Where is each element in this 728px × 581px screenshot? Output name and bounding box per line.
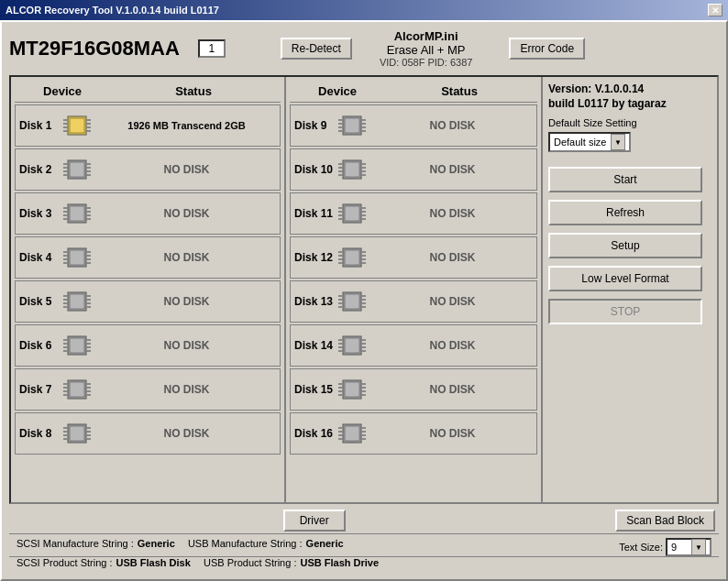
dropdown-arrow-icon: ▼ (611, 134, 625, 150)
svg-rect-59 (86, 350, 91, 352)
left-col-status: Status (108, 84, 279, 98)
svg-rect-51 (70, 338, 84, 353)
svg-rect-16 (86, 163, 91, 165)
svg-rect-123 (338, 299, 343, 301)
disk-status: NO DISK (97, 339, 276, 352)
svg-rect-159 (361, 438, 366, 440)
status-bar-2: SCSI Product String : USB Flash Disk USB… (9, 556, 719, 572)
svg-rect-83 (338, 123, 343, 125)
disk-icon (61, 109, 94, 142)
left-disk-row-5[interactable]: Disk 5 NO DISK (15, 280, 281, 323)
default-size-dropdown[interactable]: Default size ▼ (548, 132, 631, 152)
svg-rect-73 (63, 431, 68, 433)
svg-rect-147 (361, 387, 366, 389)
left-disk-row-6[interactable]: Disk 6 NO DISK (15, 324, 281, 367)
driver-button[interactable]: Driver (283, 510, 346, 532)
svg-rect-98 (361, 170, 366, 172)
side-panel: Version: V.1.0.0.14 build L0117 by tagar… (543, 77, 708, 502)
svg-rect-58 (86, 346, 91, 348)
svg-rect-117 (361, 255, 366, 257)
left-disk-row-4[interactable]: Disk 4 NO DISK (15, 236, 281, 279)
error-code-button[interactable]: Error Code (509, 38, 585, 60)
right-disk-row-14[interactable]: Disk 14 NO DISK (290, 324, 537, 367)
disk-icon (61, 285, 94, 318)
svg-rect-36 (86, 251, 91, 253)
svg-rect-24 (63, 214, 68, 216)
svg-rect-31 (70, 250, 84, 265)
right-disk-row-12[interactable]: Disk 12 NO DISK (290, 236, 537, 279)
svg-rect-121 (345, 294, 359, 309)
usb-product-label: USB Product String : (204, 557, 297, 568)
left-disk-row-3[interactable]: Disk 3 NO DISK (15, 192, 281, 235)
svg-rect-34 (63, 258, 68, 260)
right-disk-list: Disk 9 NO DISK Disk 10 (290, 104, 537, 455)
text-size-dropdown[interactable]: 9 ▼ (666, 538, 711, 556)
svg-rect-91 (345, 162, 359, 177)
svg-rect-102 (338, 207, 343, 209)
scsi-manufacture-label: SCSI Manufacture String : (17, 538, 134, 556)
svg-rect-103 (338, 211, 343, 213)
svg-rect-15 (63, 174, 68, 176)
right-disk-row-10[interactable]: Disk 10 NO DISK (290, 148, 537, 191)
disk-label: Disk 16 (294, 427, 336, 440)
svg-rect-55 (63, 350, 68, 352)
svg-rect-107 (361, 211, 366, 213)
svg-rect-95 (338, 174, 343, 176)
setup-button[interactable]: Setup (548, 233, 702, 258)
right-disk-row-15[interactable]: Disk 15 NO DISK (290, 368, 537, 411)
svg-rect-156 (361, 427, 366, 429)
start-button[interactable]: Start (548, 167, 702, 192)
usb-manufacture-value: Generic (306, 538, 344, 556)
svg-rect-154 (338, 434, 343, 436)
ini-info: AlcorMP.ini Erase All + MP VID: 058F PID… (380, 29, 473, 68)
disk-status: NO DISK (372, 163, 533, 176)
redetect-button[interactable]: Re-Detect (281, 38, 352, 60)
svg-rect-61 (70, 382, 84, 397)
svg-rect-153 (338, 431, 343, 433)
svg-rect-6 (86, 119, 91, 121)
right-col-status: Status (383, 84, 535, 98)
svg-rect-47 (86, 299, 91, 301)
disk-icon (336, 417, 369, 450)
svg-rect-65 (63, 394, 68, 396)
left-disk-row-2[interactable]: Disk 2 NO DISK (15, 148, 281, 191)
svg-rect-89 (361, 130, 366, 132)
disk-label: Disk 13 (294, 295, 336, 308)
right-disk-row-16[interactable]: Disk 16 NO DISK (290, 412, 537, 455)
svg-rect-82 (338, 119, 343, 121)
right-disk-row-11[interactable]: Disk 11 NO DISK (290, 192, 537, 235)
text-size-area: Text Size: 9 ▼ (619, 538, 711, 556)
low-level-format-button[interactable]: Low Level Format (548, 266, 702, 291)
device-name: MT29F16G08MAA (9, 37, 180, 60)
main-window: MT29F16G08MAA 1 Re-Detect AlcorMP.ini Er… (0, 20, 728, 581)
left-disk-row-7[interactable]: Disk 7 NO DISK (15, 368, 281, 411)
svg-rect-32 (63, 251, 68, 253)
refresh-button[interactable]: Refresh (548, 200, 702, 225)
svg-rect-155 (338, 438, 343, 440)
disk-icon (336, 285, 369, 318)
scan-bad-block-button[interactable]: Scan Bad Block (615, 510, 715, 532)
close-button[interactable]: ✕ (708, 4, 722, 16)
svg-rect-17 (86, 167, 91, 169)
stop-button[interactable]: STOP (548, 299, 702, 324)
svg-rect-85 (338, 130, 343, 132)
svg-rect-128 (361, 302, 366, 304)
disk-label: Disk 12 (294, 251, 336, 264)
svg-rect-42 (63, 295, 68, 297)
text-size-label: Text Size: (619, 542, 663, 553)
svg-rect-2 (63, 119, 68, 121)
svg-rect-25 (63, 218, 68, 220)
left-disk-row-8[interactable]: Disk 8 NO DISK (15, 412, 281, 455)
right-disk-row-9[interactable]: Disk 9 NO DISK (290, 104, 537, 147)
svg-rect-115 (338, 262, 343, 264)
svg-rect-49 (86, 306, 91, 308)
channel-box: 1 (198, 39, 226, 58)
svg-rect-29 (86, 218, 91, 220)
disk-label: Disk 10 (294, 163, 336, 176)
build-text: build L0117 by tagaraz (548, 97, 702, 110)
svg-rect-109 (361, 218, 366, 220)
svg-rect-7 (86, 123, 91, 125)
svg-rect-96 (361, 163, 366, 165)
right-disk-row-13[interactable]: Disk 13 NO DISK (290, 280, 537, 323)
left-disk-row-1[interactable]: Disk 1 1926 MB Transcend 2GB (15, 104, 281, 147)
